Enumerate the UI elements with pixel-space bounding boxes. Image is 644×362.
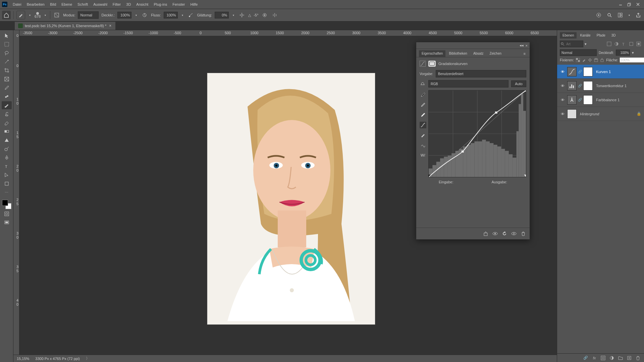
auto-button[interactable]: Auto: [511, 80, 526, 87]
link-layers-icon[interactable]: 🔗: [583, 355, 588, 361]
tab-bibliotheken[interactable]: Bibliotheken: [446, 50, 470, 57]
menu-plugins[interactable]: Plug-ins: [151, 0, 170, 9]
share-icon[interactable]: [635, 11, 642, 19]
search-icon[interactable]: [606, 11, 613, 19]
clone-stamp-tool[interactable]: [2, 110, 12, 118]
flow-field[interactable]: [164, 12, 178, 18]
menu-ebene[interactable]: Ebene: [59, 0, 75, 9]
pen-tool[interactable]: [2, 154, 12, 162]
brush-size-chevron-icon[interactable]: ▾: [43, 14, 47, 17]
add-mask-icon[interactable]: [600, 355, 606, 361]
finger-scrubber-icon[interactable]: [420, 81, 426, 87]
opacity-chevron-icon[interactable]: ▾: [134, 14, 138, 17]
blend-mode-select[interactable]: Normal: [78, 11, 99, 19]
restore-button[interactable]: [625, 1, 633, 8]
airbrush-icon[interactable]: [187, 11, 195, 19]
layer-fx-icon[interactable]: fx: [592, 355, 597, 361]
layer-row-curves[interactable]: 👁 🔗 Kurven 1: [557, 65, 644, 79]
layer-opacity-field[interactable]: [616, 50, 630, 56]
brush-tool[interactable]: [2, 101, 12, 109]
eraser-tool[interactable]: [2, 119, 12, 127]
tab-zeichen[interactable]: Zeichen: [487, 50, 504, 57]
new-group-icon[interactable]: [618, 355, 623, 361]
delete-adjustment-icon[interactable]: [520, 231, 526, 237]
curves-adj-thumb-icon[interactable]: [567, 67, 577, 76]
shape-tool[interactable]: [2, 180, 12, 188]
layer-row-background[interactable]: 👁 Hintergrund 🔒: [557, 107, 644, 121]
previous-state-icon[interactable]: [511, 231, 517, 237]
filter-smart-icon[interactable]: [636, 41, 641, 47]
layer-name[interactable]: Hintergrund: [580, 112, 599, 116]
workspace-icon[interactable]: [616, 11, 624, 19]
lock-position-icon[interactable]: [588, 57, 592, 63]
home-button[interactable]: [2, 11, 11, 19]
visibility-toggle-icon[interactable]: 👁: [560, 112, 565, 116]
filter-shape-icon[interactable]: [629, 41, 634, 47]
visibility-toggle-icon[interactable]: 👁: [560, 98, 565, 102]
link-mask-icon[interactable]: 🔗: [578, 84, 582, 87]
filter-chevron-icon[interactable]: ▾: [585, 42, 587, 46]
layer-name[interactable]: Farbbalance 1: [596, 98, 620, 102]
tab-pfade[interactable]: Pfade: [594, 32, 608, 39]
brush-preview-picker[interactable]: 678: [35, 12, 41, 18]
pressure-opacity-icon[interactable]: [141, 11, 148, 19]
menu-auswahl[interactable]: Auswahl: [91, 0, 110, 9]
reset-icon[interactable]: [501, 231, 507, 237]
eyedropper-black-icon[interactable]: [420, 92, 426, 98]
menu-schrift[interactable]: Schrift: [75, 0, 91, 9]
crop-tool[interactable]: [2, 66, 12, 74]
opacity-chevron-icon[interactable]: ▾: [632, 51, 634, 55]
brush-tool-icon[interactable]: [16, 11, 25, 19]
lock-all-icon[interactable]: [600, 57, 604, 63]
menu-3d[interactable]: 3D: [123, 0, 133, 9]
preset-select[interactable]: Benutzerdefiniert: [436, 70, 526, 77]
layer-name[interactable]: Tonwertkorrektur 1: [596, 84, 627, 88]
color-swatches[interactable]: [2, 200, 11, 209]
mask-indicator-icon[interactable]: [428, 61, 436, 67]
tab-eigenschaften[interactable]: Eigenschaften: [419, 50, 445, 57]
healing-tool[interactable]: [2, 93, 12, 101]
curve-draw-mode-icon[interactable]: [420, 132, 426, 138]
lock-pixels-icon[interactable]: [582, 57, 586, 63]
move-tool[interactable]: [2, 32, 12, 40]
opacity-field[interactable]: [117, 12, 131, 18]
filter-adjust-icon[interactable]: [614, 41, 619, 47]
visibility-toggle-icon[interactable]: 👁: [560, 84, 565, 88]
clip-to-layer-icon[interactable]: [483, 231, 489, 237]
layer-mask-thumb[interactable]: [583, 67, 593, 76]
marquee-tool[interactable]: [2, 40, 12, 48]
blend-mode-select[interactable]: Normal: [560, 49, 597, 56]
screen-mode-tool[interactable]: [2, 219, 12, 227]
minimize-button[interactable]: [616, 1, 625, 8]
toggle-visibility-icon[interactable]: [492, 231, 498, 237]
filter-type-icon[interactable]: T: [621, 41, 627, 47]
lock-transparency-icon[interactable]: [576, 57, 580, 63]
layer-fill-field[interactable]: [620, 57, 644, 63]
channel-select[interactable]: RGB: [428, 80, 508, 87]
colorbalance-adj-thumb-icon[interactable]: [567, 95, 577, 105]
close-panel-icon[interactable]: ×: [526, 44, 528, 48]
new-layer-icon[interactable]: [627, 355, 632, 361]
eyedropper-gray-icon[interactable]: [420, 102, 426, 108]
brush-settings-icon[interactable]: [53, 11, 60, 19]
dodge-tool[interactable]: [2, 145, 12, 153]
magic-wand-tool[interactable]: [2, 58, 12, 66]
zoom-level[interactable]: 15,15%: [17, 357, 29, 361]
path-select-tool[interactable]: [2, 171, 12, 179]
tab-3d[interactable]: 3D: [609, 32, 619, 39]
layer-row-colorbalance[interactable]: 👁 🔗 Farbbalance 1: [557, 93, 644, 107]
menu-bearbeiten[interactable]: Bearbeiten: [24, 0, 47, 9]
menu-filter[interactable]: Filter: [110, 0, 123, 9]
menu-datei[interactable]: Datei: [10, 0, 24, 9]
lasso-tool[interactable]: [2, 49, 12, 57]
filter-pixel-icon[interactable]: [606, 41, 612, 47]
type-tool[interactable]: T: [2, 162, 12, 170]
levels-adj-thumb-icon[interactable]: [567, 81, 577, 90]
smoothing-field[interactable]: [215, 12, 229, 18]
curve-smooth-icon[interactable]: [420, 142, 426, 148]
menu-bild[interactable]: Bild: [47, 0, 59, 9]
workspace-chevron-icon[interactable]: ▾: [627, 14, 631, 17]
lock-nested-icon[interactable]: [594, 57, 598, 63]
curve-clip-icon[interactable]: W/A: [420, 152, 426, 159]
menu-hilfe[interactable]: Hilfe: [187, 0, 200, 9]
